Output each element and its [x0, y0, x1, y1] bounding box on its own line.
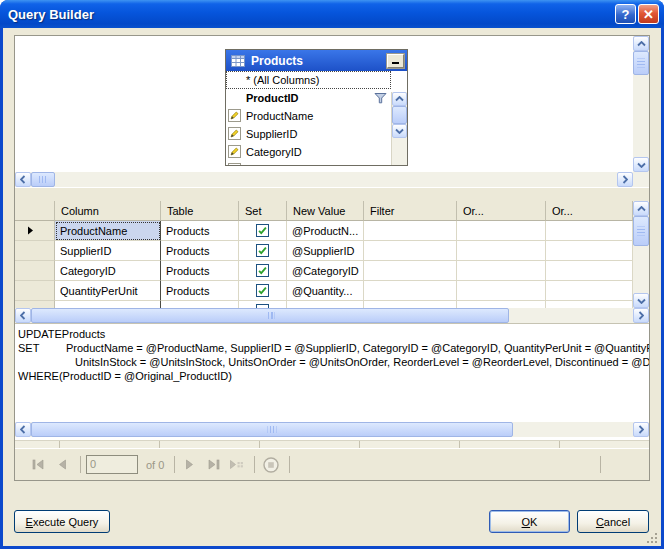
diagram-horizontal-scrollbar[interactable]: [15, 172, 633, 187]
scroll-left-icon[interactable]: [15, 308, 31, 323]
products-table-window[interactable]: Products * (All Columns) ProductID: [225, 49, 408, 166]
field-categoryid[interactable]: CategoryID: [226, 143, 391, 161]
cell-set[interactable]: [239, 281, 287, 301]
cell-or1[interactable]: [457, 241, 546, 261]
scroll-thumb[interactable]: [31, 422, 513, 437]
scroll-up-icon[interactable]: [633, 36, 649, 51]
scroll-track[interactable]: [513, 422, 633, 437]
minimize-table-button[interactable]: [387, 54, 404, 68]
scroll-thumb[interactable]: [633, 216, 649, 246]
scroll-thumb[interactable]: [392, 106, 407, 124]
cancel-button[interactable]: Cancel: [577, 510, 649, 533]
cell-or1-empty[interactable]: [457, 301, 546, 308]
grid-vertical-scrollbar[interactable]: [633, 201, 649, 308]
scroll-track[interactable]: [55, 172, 617, 187]
title-bar[interactable]: Query Builder ? ✕: [0, 0, 664, 28]
cell-column[interactable]: QuantityPerUnit: [55, 281, 161, 301]
row-header[interactable]: [15, 261, 55, 281]
cell-or2-empty[interactable]: [546, 301, 633, 308]
scroll-left-icon[interactable]: [15, 422, 31, 437]
diagram-pane[interactable]: Products * (All Columns) ProductID: [15, 36, 633, 172]
products-table-titlebar[interactable]: Products: [226, 50, 407, 71]
cell-or2[interactable]: [546, 261, 633, 281]
set-checkbox-checked[interactable]: [256, 224, 269, 237]
row-header[interactable]: [15, 301, 55, 308]
cell-set-empty[interactable]: [239, 301, 287, 308]
cell-or2[interactable]: [546, 241, 633, 261]
row-header[interactable]: [15, 281, 55, 301]
grid-header-column[interactable]: Column: [55, 201, 161, 221]
cell-set[interactable]: [239, 241, 287, 261]
cell-or1[interactable]: [457, 261, 546, 281]
grid-header-or2[interactable]: Or...: [546, 201, 633, 221]
scroll-right-icon[interactable]: [617, 172, 633, 187]
field-partial-row: [226, 161, 391, 165]
scroll-right-icon[interactable]: [633, 422, 649, 437]
scroll-down-icon[interactable]: [633, 293, 649, 308]
sql-horizontal-scrollbar[interactable]: [15, 422, 649, 437]
scroll-left-icon[interactable]: [15, 172, 31, 187]
field-productid[interactable]: ProductID: [226, 89, 391, 107]
scroll-thumb[interactable]: [31, 308, 509, 323]
scroll-down-icon[interactable]: [392, 124, 407, 138]
field-productname[interactable]: ProductName: [226, 107, 391, 125]
cell-or2[interactable]: [546, 281, 633, 301]
cell-or1[interactable]: [457, 221, 546, 241]
ok-button[interactable]: OK: [489, 510, 570, 533]
close-button[interactable]: ✕: [638, 4, 659, 24]
cell-or1[interactable]: [457, 281, 546, 301]
set-checkbox-checked[interactable]: [256, 244, 269, 257]
field-all-columns[interactable]: * (All Columns): [226, 71, 391, 89]
cell-filter[interactable]: [364, 221, 457, 241]
scroll-track[interactable]: [633, 246, 649, 293]
grid-header-or1[interactable]: Or...: [457, 201, 546, 221]
scroll-right-icon[interactable]: [633, 308, 649, 323]
cell-new-value[interactable]: @Quantity...: [287, 281, 364, 301]
cell-new-value[interactable]: @ProductN...: [287, 221, 364, 241]
cell-or2[interactable]: [546, 221, 633, 241]
scroll-track[interactable]: [509, 308, 633, 323]
cell-table[interactable]: Products: [161, 261, 239, 281]
resize-grip[interactable]: [646, 532, 659, 545]
scroll-up-icon[interactable]: [633, 201, 649, 216]
scroll-thumb[interactable]: [633, 51, 649, 75]
field-supplierid[interactable]: SupplierID: [226, 125, 391, 143]
grid-header-new-value[interactable]: New Value: [287, 201, 364, 221]
cell-filter[interactable]: [364, 281, 457, 301]
cell-column[interactable]: ProductName: [55, 221, 161, 241]
cell-set[interactable]: [239, 221, 287, 241]
row-header[interactable]: [15, 241, 55, 261]
set-checkbox-checked[interactable]: [256, 264, 269, 277]
pane-splitter[interactable]: [15, 187, 649, 201]
cell-table[interactable]: Products: [161, 221, 239, 241]
cell-new-value[interactable]: @SupplierID: [287, 241, 364, 261]
grid-header-set[interactable]: Set: [239, 201, 287, 221]
help-button[interactable]: ?: [615, 4, 636, 24]
set-checkbox-checked[interactable]: [256, 284, 269, 297]
execute-query-button[interactable]: Execute Query: [14, 510, 110, 533]
diagram-vertical-scrollbar[interactable]: [633, 36, 649, 172]
table-list-scrollbar[interactable]: [391, 92, 407, 165]
cell-table[interactable]: Products: [161, 281, 239, 301]
row-header-current[interactable]: [15, 221, 55, 241]
scroll-down-icon[interactable]: [633, 157, 649, 172]
grid-horizontal-scrollbar[interactable]: [15, 308, 649, 323]
grid-header-table[interactable]: Table: [161, 201, 239, 221]
cell-filter[interactable]: [364, 261, 457, 281]
cell-column-empty[interactable]: [55, 301, 161, 308]
cell-table-empty[interactable]: [161, 301, 239, 308]
scroll-thumb[interactable]: [31, 172, 55, 187]
scroll-track[interactable]: [633, 75, 649, 157]
grid-header-filter[interactable]: Filter: [364, 201, 457, 221]
cell-set[interactable]: [239, 261, 287, 281]
cell-new-value-empty[interactable]: [287, 301, 364, 308]
sql-pane[interactable]: UPDATE Products SET ProductName = @Produ…: [15, 323, 649, 422]
cell-filter-empty[interactable]: [364, 301, 457, 308]
cell-new-value[interactable]: @CategoryID: [287, 261, 364, 281]
sql-line: UnitsInStock = @UnitsInStock, UnitsOnOrd…: [18, 355, 649, 369]
cell-column[interactable]: SupplierID: [55, 241, 161, 261]
cell-filter[interactable]: [364, 241, 457, 261]
cell-table[interactable]: Products: [161, 241, 239, 261]
cell-column[interactable]: CategoryID: [55, 261, 161, 281]
scroll-up-icon[interactable]: [392, 92, 407, 106]
